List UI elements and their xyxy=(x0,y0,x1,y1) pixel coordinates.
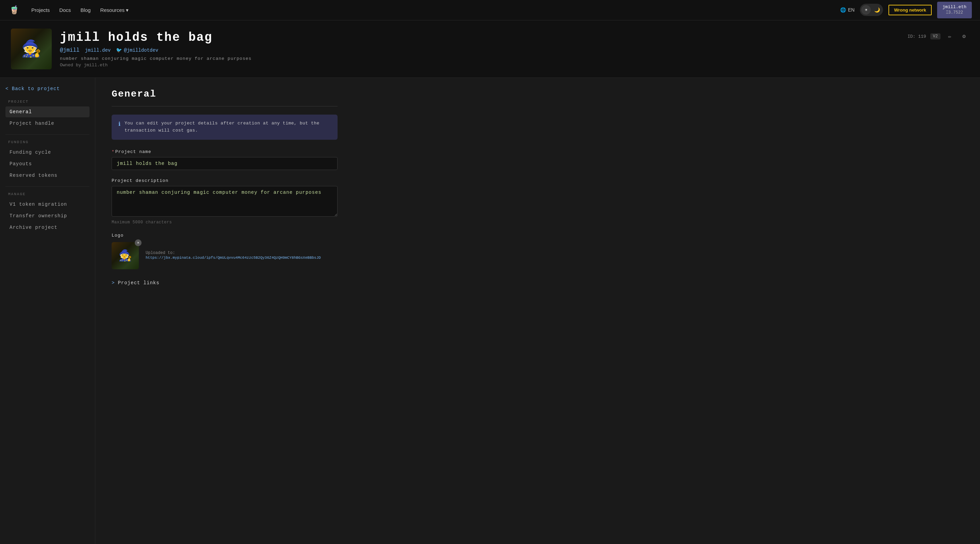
logo[interactable]: 🧋 xyxy=(8,4,21,16)
project-links-row[interactable]: > Project links xyxy=(111,278,337,288)
sidebar-section-project-label: PROJECT xyxy=(5,100,89,104)
project-meta: @jmill jmill.dev 🐦 @jmilldotdev xyxy=(60,47,899,53)
navbar-right: 🌐 EN ☀ 🌙 Wrong network jmill.eth Ξ3.7522 xyxy=(840,2,972,18)
sidebar-divider-2 xyxy=(5,186,89,187)
project-site-link[interactable]: jmill.dev xyxy=(85,48,111,53)
navbar: 🧋 Projects Docs Blog Resources ▾ 🌐 EN ☀ … xyxy=(0,0,980,21)
content-area: General ℹ You can edit your project deta… xyxy=(95,78,354,544)
wallet-name: jmill.eth xyxy=(943,5,966,10)
project-name-label: *Project name xyxy=(111,149,337,154)
project-version: V2 xyxy=(930,33,940,40)
logo-preview-container: 🧙 ✕ xyxy=(111,242,139,269)
project-name-input[interactable] xyxy=(111,157,337,170)
sidebar-section-funding-label: FUNDING xyxy=(5,140,89,144)
sidebar-item-transfer-ownership[interactable]: Transfer ownership xyxy=(5,211,89,221)
wallet-amount: Ξ3.7522 xyxy=(946,10,963,16)
navbar-links: Projects Docs Blog Resources ▾ xyxy=(31,7,829,13)
sidebar-divider-1 xyxy=(5,134,89,135)
info-icon: ℹ xyxy=(118,121,121,134)
sidebar-item-archive-project[interactable]: Archive project xyxy=(5,222,89,233)
logo-label: Logo xyxy=(111,233,337,238)
sidebar-item-project-handle[interactable]: Project handle xyxy=(5,118,89,129)
project-id: ID: 119 xyxy=(907,34,926,39)
main-content: < Back to project PROJECT General Projec… xyxy=(0,78,980,544)
description-hint: Maximum 5000 characters xyxy=(111,220,337,225)
sidebar-item-funding-cycle[interactable]: Funding cycle xyxy=(5,147,89,158)
light-mode-button[interactable]: ☀ xyxy=(861,5,871,14)
sidebar-item-payouts[interactable]: Payouts xyxy=(5,159,89,169)
sun-icon: ☀ xyxy=(865,7,867,13)
project-links-label: Project links xyxy=(118,280,159,285)
info-text: You can edit your project details after … xyxy=(124,120,331,134)
language-selector[interactable]: 🌐 EN xyxy=(840,7,854,13)
avatar-emoji: 🧙 xyxy=(21,39,41,59)
info-box: ℹ You can edit your project details afte… xyxy=(111,114,337,140)
edit-icon-button[interactable]: ✏️ xyxy=(945,31,955,41)
required-asterisk: * xyxy=(111,149,115,154)
wrong-network-button[interactable]: Wrong network xyxy=(888,5,931,15)
content-title: General xyxy=(111,89,337,99)
project-title: jmill holds the bag xyxy=(60,30,899,44)
project-info: jmill holds the bag @jmill jmill.dev 🐦 @… xyxy=(60,30,899,68)
logo-preview: 🧙 xyxy=(111,242,139,269)
project-header: 🧙 jmill holds the bag @jmill jmill.dev 🐦… xyxy=(0,21,980,78)
project-twitter[interactable]: 🐦 @jmilldotdev xyxy=(116,47,158,53)
logo-emoji: 🧙 xyxy=(118,249,132,262)
project-description-label: Project description xyxy=(111,178,337,183)
nav-link-blog[interactable]: Blog xyxy=(80,7,91,13)
logo-uploaded-label: Uploaded to: xyxy=(146,251,321,255)
sidebar: < Back to project PROJECT General Projec… xyxy=(0,78,95,544)
nav-link-resources[interactable]: Resources ▾ xyxy=(100,7,129,13)
project-handle: @jmill xyxy=(60,47,80,53)
theme-toggle: ☀ 🌙 xyxy=(860,4,883,16)
nav-link-docs[interactable]: Docs xyxy=(59,7,71,13)
sidebar-item-general[interactable]: General xyxy=(5,106,89,117)
chevron-right-icon: > xyxy=(111,280,115,285)
project-description-field-group: Project description number shaman conjur… xyxy=(111,178,337,225)
sidebar-item-v1-token-migration[interactable]: V1 token migration xyxy=(5,199,89,210)
sidebar-item-reserved-tokens[interactable]: Reserved tokens xyxy=(5,170,89,181)
settings-icon-button[interactable]: ⚙️ xyxy=(959,31,969,41)
sidebar-section-manage-label: MANAGE xyxy=(5,192,89,196)
content-divider xyxy=(111,106,337,106)
project-avatar: 🧙 xyxy=(11,29,52,69)
wallet-button[interactable]: jmill.eth Ξ3.7522 xyxy=(937,2,972,18)
moon-icon: 🌙 xyxy=(874,7,880,13)
logo-upload-area: 🧙 ✕ Uploaded to: https://jbx.mypinata.cl… xyxy=(111,242,337,269)
project-description-textarea[interactable]: number shaman conjuring magic computer m… xyxy=(111,186,337,217)
project-name-field-group: *Project name xyxy=(111,149,337,170)
project-owner: Owned by jmill.eth xyxy=(60,63,899,68)
logo-upload-info: Uploaded to: https://jbx.mypinata.cloud/… xyxy=(146,251,321,260)
twitter-icon: 🐦 xyxy=(116,47,122,53)
back-to-project-link[interactable]: < Back to project xyxy=(5,86,89,92)
globe-icon: 🌐 xyxy=(840,7,846,13)
logo-url: https://jbx.mypinata.cloud/ipfs/QmULqvvu… xyxy=(146,255,321,260)
project-header-actions: ID: 119 V2 ✏️ ⚙️ xyxy=(907,31,969,41)
project-description: number shaman conjuring magic computer m… xyxy=(60,56,899,61)
dark-mode-button[interactable]: 🌙 xyxy=(872,5,882,14)
logo-remove-button[interactable]: ✕ xyxy=(135,239,142,246)
nav-link-projects[interactable]: Projects xyxy=(31,7,50,13)
logo-section: Logo 🧙 ✕ Uploaded to: https://jbx.mypina… xyxy=(111,233,337,269)
